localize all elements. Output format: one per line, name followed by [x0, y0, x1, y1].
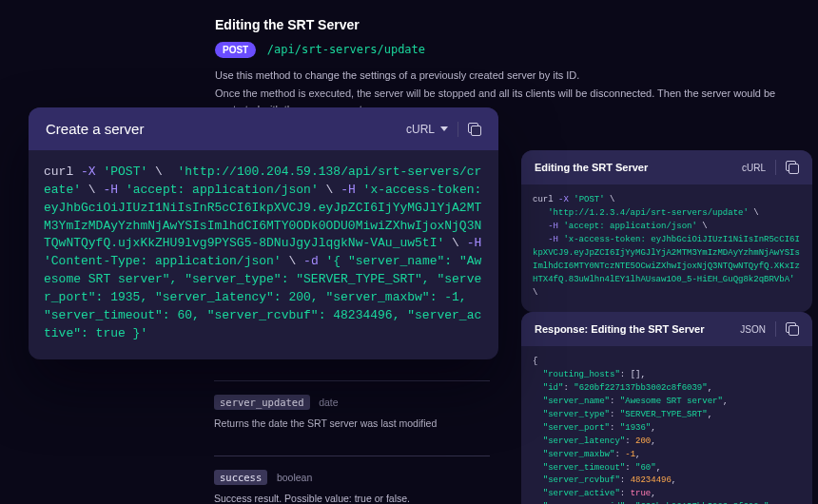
copy-icon[interactable] [468, 123, 481, 136]
endpoint-path: /api/srt-servers/update [267, 43, 425, 56]
code-body: { "routing_hosts": [], "id": "620bf22713… [521, 346, 812, 504]
card-header: Editing the SRT Server cURL [521, 150, 812, 184]
chevron-down-icon [440, 126, 448, 131]
divider [214, 456, 490, 456]
separator [458, 122, 458, 137]
card-header: Response: Editing the SRT Server JSON [521, 312, 812, 346]
card-tools: cURL [742, 160, 799, 175]
code-card-edit-response: Response: Editing the SRT Server JSON { … [521, 312, 812, 504]
separator [775, 160, 776, 175]
param-type: date [319, 397, 338, 408]
card-title: Create a server [46, 121, 144, 137]
param-type: boolean [277, 472, 312, 483]
param-name: server_updated [214, 395, 310, 410]
language-select[interactable]: JSON [740, 324, 766, 335]
http-method-badge: POST [215, 42, 256, 58]
card-tools: cURL [406, 122, 481, 137]
language-select[interactable]: cURL [406, 123, 448, 136]
code-card-create-server: Create a server cURL curl -X 'POST' \ 'h… [29, 107, 498, 359]
doc-paragraph: Use this method to change the settings o… [215, 68, 782, 84]
endpoint-row: POST /api/srt-servers/update [215, 42, 782, 58]
copy-icon[interactable] [786, 161, 799, 174]
param-name: success [214, 470, 267, 485]
copy-icon[interactable] [786, 322, 799, 336]
code-body: curl -X 'POST' \ 'http://100.204.59.138/… [29, 150, 498, 359]
param-desc: Returns the date the SRT server was last… [214, 417, 490, 429]
param-desc: Success result. Possible value: true or … [214, 493, 490, 504]
doc-heading: Editing the SRT Server [215, 17, 782, 32]
separator [775, 321, 776, 337]
code-card-edit-request: Editing the SRT Server cURL curl -X 'POS… [521, 150, 812, 312]
card-title: Editing the SRT Server [535, 162, 648, 173]
card-title: Response: Editing the SRT Server [535, 323, 704, 335]
language-label: cURL [742, 163, 766, 173]
language-select[interactable]: cURL [742, 163, 766, 173]
card-header: Create a server cURL [29, 107, 498, 150]
language-label: JSON [740, 324, 766, 335]
code-body: curl -X 'POST' \ 'http://1.2.3.4/api/srt… [521, 184, 812, 312]
divider [214, 380, 490, 381]
param-row: success boolean Success result. Possible… [214, 470, 490, 504]
card-tools: JSON [740, 321, 799, 337]
param-row: server_updated date Returns the date the… [214, 395, 490, 429]
language-label: cURL [406, 123, 435, 136]
